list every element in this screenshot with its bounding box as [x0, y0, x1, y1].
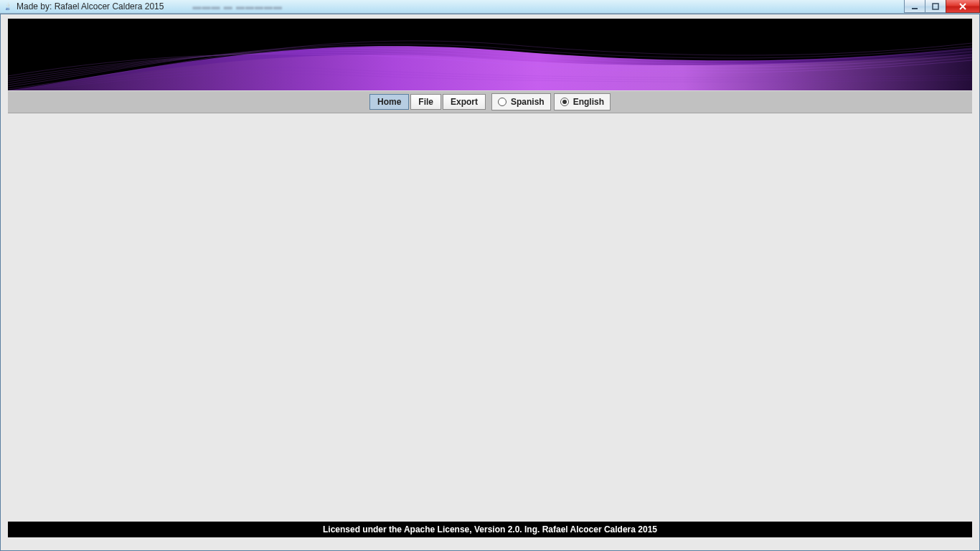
footer-bar: Licensed under the Apache License, Versi… — [8, 522, 972, 537]
banner-wave-graphic — [8, 19, 972, 90]
svg-line-3 — [960, 4, 966, 9]
header-banner — [8, 19, 972, 90]
java-icon — [2, 1, 14, 12]
content-area — [8, 113, 972, 522]
maximize-button[interactable] — [925, 0, 946, 13]
main-menubar: Home File Export Spanish English — [8, 90, 972, 113]
close-button[interactable] — [946, 0, 980, 13]
language-english-label: English — [573, 97, 604, 107]
home-button[interactable]: Home — [369, 94, 409, 110]
svg-rect-1 — [933, 4, 938, 9]
minimize-icon — [911, 3, 918, 10]
svg-rect-0 — [912, 8, 918, 9]
window-controls — [905, 0, 980, 14]
svg-line-2 — [960, 4, 966, 9]
background-blur-text: ▬▬▬ ▬ ▬▬▬▬▬ — [192, 1, 283, 11]
radio-dot-icon — [562, 100, 567, 104]
language-spanish-label: Spanish — [511, 97, 545, 107]
window-title: Made by: Rafael Alcocer Caldera 2015 — [17, 1, 164, 11]
maximize-icon — [932, 3, 939, 10]
minimize-button[interactable] — [904, 0, 925, 13]
radio-icon — [498, 98, 507, 106]
language-spanish-radio[interactable]: Spanish — [491, 93, 551, 110]
export-button[interactable]: Export — [443, 94, 486, 110]
language-english-radio[interactable]: English — [554, 93, 611, 110]
close-icon — [958, 3, 967, 10]
radio-icon — [560, 98, 569, 106]
file-button[interactable]: File — [410, 94, 441, 110]
window-titlebar: Made by: Rafael Alcocer Caldera 2015 ▬▬▬… — [0, 0, 980, 14]
app-frame: Home File Export Spanish English License… — [0, 14, 980, 551]
footer-text: Licensed under the Apache License, Versi… — [323, 524, 657, 534]
